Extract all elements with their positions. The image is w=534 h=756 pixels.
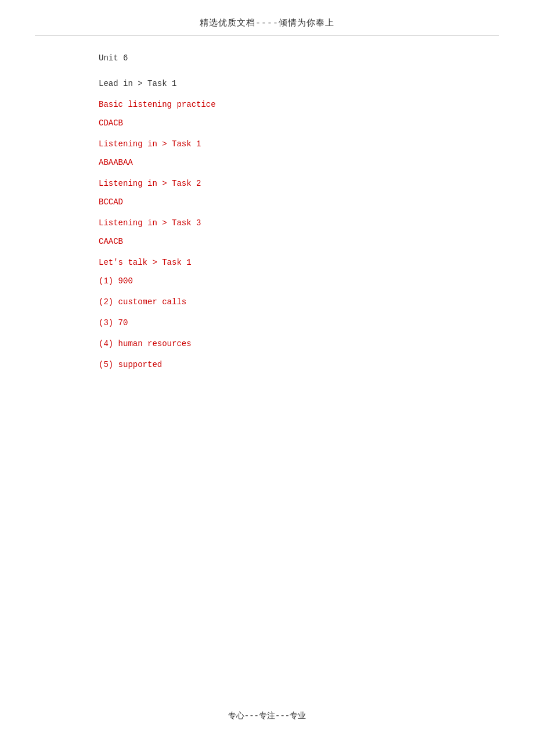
listening-task2-answer: BCCAD — [99, 197, 499, 207]
content-area: Unit 6 Lead in > Task 1 Basic listening … — [35, 53, 499, 693]
listening-task1-heading: Listening in > Task 1 — [99, 139, 499, 149]
lets-talk-item-1: (1) 900 — [99, 276, 499, 286]
lead-in-heading: Lead in > Task 1 — [99, 79, 499, 88]
listening-task3-heading: Listening in > Task 3 — [99, 218, 499, 228]
page-header: 精选优质文档----倾情为你奉上 — [35, 17, 499, 36]
lets-talk-item-2: (2) customer calls — [99, 297, 499, 307]
listening-task3-answer: CAACB — [99, 237, 499, 246]
lets-talk-item-4: (4) human resources — [99, 339, 499, 348]
header-title: 精选优质文档----倾情为你奉上 — [200, 19, 334, 28]
footer-text: 专心---专注---专业 — [228, 711, 306, 721]
lets-talk-item-5: (5) supported — [99, 360, 499, 369]
basic-listening-answer: CDACB — [99, 118, 499, 128]
page-footer: 专心---专注---专业 — [35, 693, 499, 721]
listening-task1-answer: ABAABAA — [99, 158, 499, 167]
lets-talk-item-3: (3) 70 — [99, 318, 499, 327]
basic-listening-heading: Basic listening practice — [99, 100, 499, 109]
listening-task2-heading: Listening in > Task 2 — [99, 179, 499, 188]
page-container: 精选优质文档----倾情为你奉上 Unit 6 Lead in > Task 1… — [0, 0, 534, 756]
unit-label: Unit 6 — [99, 53, 499, 63]
lets-talk-heading: Let's talk > Task 1 — [99, 258, 499, 267]
